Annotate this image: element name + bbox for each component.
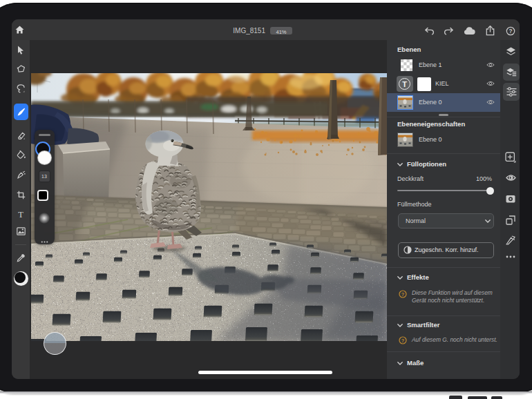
svg-text:T: T	[18, 210, 23, 218]
svg-text:?: ?	[401, 338, 405, 344]
svg-text:?: ?	[509, 28, 512, 35]
svg-text:?: ?	[401, 291, 405, 298]
